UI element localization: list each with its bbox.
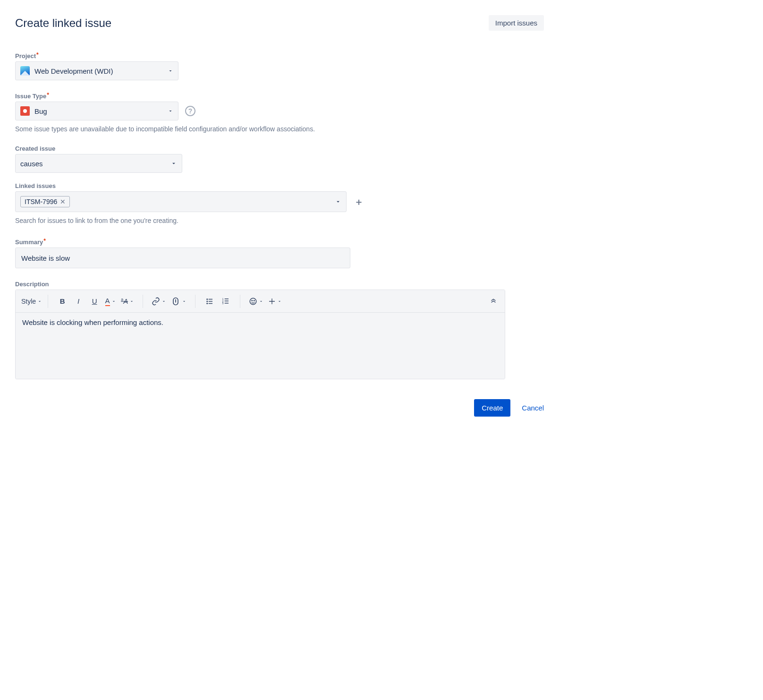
svg-point-15 — [252, 300, 253, 301]
svg-point-14 — [250, 298, 256, 305]
svg-point-4 — [206, 300, 208, 302]
required-asterisk: * — [47, 92, 49, 98]
issue-type-select[interactable]: Bug — [15, 102, 178, 120]
linked-issues-hint: Search for issues to link to from the on… — [15, 217, 544, 224]
svg-point-16 — [254, 300, 255, 301]
linked-issue-chip[interactable]: ITSM-7996 ✕ — [20, 196, 70, 207]
project-avatar-icon — [20, 66, 30, 76]
issue-type-hint: Some issue types are unavailable due to … — [15, 125, 544, 133]
create-button[interactable]: Create — [474, 399, 510, 417]
add-linked-issue-button[interactable]: ＋ — [354, 196, 364, 208]
linked-issues-label: Linked issues — [15, 182, 544, 189]
required-asterisk: * — [43, 238, 46, 244]
issue-type-label: Issue Type* — [15, 93, 544, 100]
required-asterisk: * — [36, 51, 39, 58]
editor-toolbar: Style B I U A aA — [16, 290, 505, 313]
project-label: Project* — [15, 52, 544, 60]
svg-point-6 — [206, 303, 208, 304]
created-issue-select[interactable]: causes — [15, 154, 182, 173]
svg-rect-5 — [209, 301, 212, 302]
svg-rect-9 — [225, 299, 229, 299]
svg-rect-13 — [225, 303, 229, 304]
collapse-toolbar-button[interactable] — [486, 294, 501, 309]
svg-rect-7 — [209, 303, 212, 304]
description-textarea[interactable]: Website is clocking when performing acti… — [16, 313, 505, 379]
svg-rect-3 — [209, 299, 212, 299]
chevron-down-icon — [168, 68, 173, 74]
bullet-list-button[interactable] — [202, 294, 217, 309]
svg-rect-11 — [225, 300, 229, 301]
import-issues-button[interactable]: Import issues — [489, 15, 544, 31]
style-dropdown[interactable]: Style — [19, 294, 44, 309]
insert-more-button[interactable] — [266, 294, 284, 309]
summary-input[interactable] — [15, 248, 350, 268]
underline-button[interactable]: U — [87, 294, 102, 309]
chevron-down-icon — [170, 160, 177, 167]
created-issue-value: causes — [20, 160, 43, 168]
italic-button[interactable]: I — [71, 294, 86, 309]
svg-point-2 — [206, 299, 208, 300]
link-button[interactable] — [150, 294, 168, 309]
clear-formatting-button[interactable]: aA — [119, 294, 136, 309]
remove-chip-icon[interactable]: ✕ — [60, 198, 66, 205]
chevron-down-icon — [335, 198, 341, 205]
cancel-link[interactable]: Cancel — [522, 404, 544, 412]
bug-icon — [20, 106, 30, 116]
created-issue-label: Created issue — [15, 145, 544, 152]
text-color-button[interactable]: A — [103, 294, 118, 309]
help-icon[interactable]: ? — [185, 106, 195, 116]
attachment-button[interactable] — [169, 294, 188, 309]
issue-type-value: Bug — [34, 107, 47, 115]
project-select[interactable]: Web Development (WDI) — [15, 61, 178, 80]
description-label: Description — [15, 281, 544, 288]
svg-text:3: 3 — [222, 302, 224, 305]
summary-label: Summary* — [15, 239, 544, 246]
description-editor: Style B I U A aA — [15, 290, 505, 379]
bold-button[interactable]: B — [55, 294, 70, 309]
emoji-button[interactable] — [247, 294, 265, 309]
project-value: Web Development (WDI) — [34, 67, 113, 75]
linked-issues-select[interactable]: ITSM-7996 ✕ — [15, 191, 347, 212]
numbered-list-button[interactable]: 123 — [218, 294, 233, 309]
chevron-down-icon — [168, 108, 173, 114]
page-title: Create linked issue — [15, 17, 111, 30]
